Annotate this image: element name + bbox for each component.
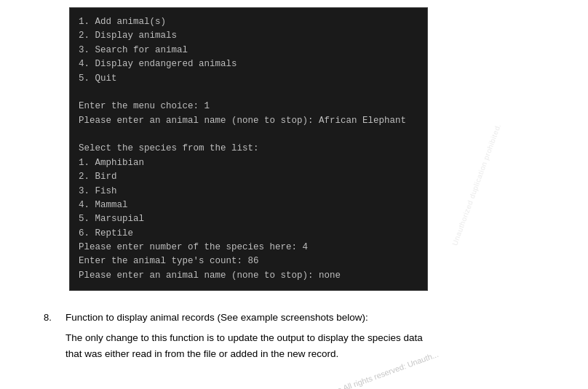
terminal-block: 1. Add animal(s) 2. Display animals 3. S…	[69, 7, 428, 291]
svg-text:Unauthorized duplication prohi: Unauthorized duplication prohibited.	[450, 122, 502, 246]
section-8: 8. Function to display animal records (S…	[44, 311, 544, 361]
section-number: 8.	[44, 311, 58, 323]
section-title: Function to display animal records (See …	[65, 312, 368, 323]
terminal-output: 1. Add animal(s) 2. Display animals 3. S…	[79, 15, 418, 283]
page-content: 1. Add animal(s) 2. Display animals 3. S…	[0, 0, 588, 389]
section-body-line1: The only change to this function is to u…	[65, 330, 423, 361]
